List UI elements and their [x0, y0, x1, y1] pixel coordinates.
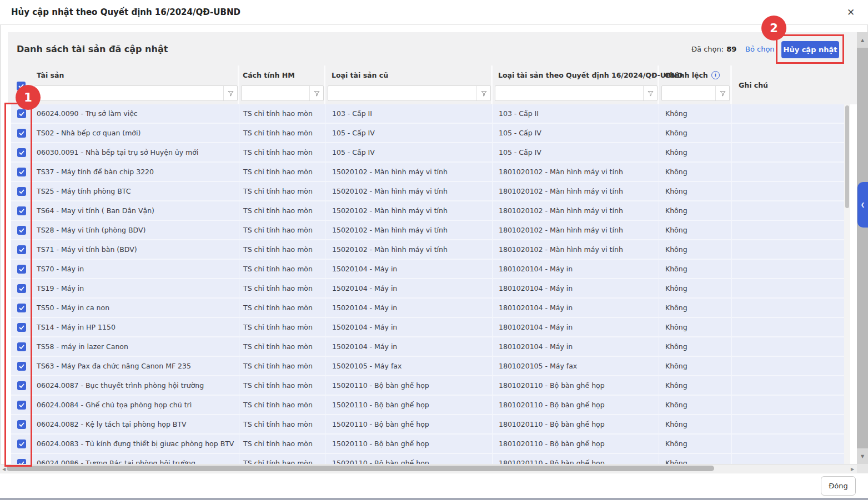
cell-new-type: 1801020105 - Máy fax	[492, 357, 659, 375]
table-row[interactable]: TS58 - máy in lazer Canon TS chỉ tính ha…	[11, 337, 844, 357]
filter-asset	[34, 85, 238, 101]
close-dialog-button[interactable]: Đóng	[821, 476, 856, 496]
cell-method: TS chỉ tính hao mòn	[239, 163, 325, 181]
table-row[interactable]: 06024.0086 - Tượng Bác tại phòng hội trư…	[11, 454, 844, 464]
cell-note	[731, 201, 844, 220]
table-row[interactable]: 06024.0082 - Kệ ly tách tại phòng họp BT…	[11, 415, 844, 435]
scroll-up-icon[interactable]: ▲	[857, 32, 868, 48]
row-checkbox[interactable]	[17, 401, 26, 410]
cell-method: TS chỉ tính hao mòn	[239, 143, 325, 161]
horizontal-scrollbar-thumb[interactable]	[7, 466, 714, 471]
filter-asset-input[interactable]	[35, 86, 223, 100]
cell-new-type: 1801020110 - Bộ bàn ghế họp	[492, 376, 659, 395]
row-checkbox[interactable]	[17, 129, 26, 138]
row-checkbox[interactable]	[17, 323, 26, 332]
cell-asset: 06024.0087 - Bục thuyết trình phòng hội …	[32, 376, 239, 395]
filter-funnel-icon[interactable]	[715, 86, 729, 100]
row-checkbox[interactable]	[17, 381, 26, 390]
table-row[interactable]: 06024.0090 - Trụ sở làm việc TS chỉ tính…	[11, 104, 844, 124]
cell-method: TS chỉ tính hao mòn	[239, 396, 325, 414]
row-checkbox[interactable]	[17, 226, 26, 235]
row-checkbox[interactable]	[17, 304, 26, 312]
window-bottom-edge	[0, 498, 868, 500]
table-vertical-scrollbar-thumb[interactable]	[845, 105, 849, 208]
table-row[interactable]: 06024.0084 - Ghế chủ tọa phòng họp chủ t…	[11, 396, 844, 415]
table-row[interactable]: TS63 - Máy Pax đa chức năng Canon MF 235…	[11, 357, 844, 376]
table-row[interactable]: 06024.0083 - Tủ kính đựng thiết bị giưac…	[11, 435, 844, 454]
collapse-panel-tab[interactable]: ❮	[857, 182, 868, 228]
cell-old-type: 15020104 - Máy in	[325, 260, 492, 278]
row-checkbox[interactable]	[17, 168, 26, 176]
row-checkbox[interactable]	[17, 440, 26, 448]
cancel-update-button[interactable]: Hủy cập nhật	[781, 41, 839, 58]
scroll-down-icon[interactable]: ▼	[857, 448, 868, 464]
cell-note	[731, 182, 844, 200]
cell-new-type: 103 - Cấp II	[492, 104, 659, 123]
column-header-method: Cách tính HM	[243, 65, 295, 84]
table-row[interactable]: TS28 - Máy vi tính (phòng BDV) TS chỉ tí…	[11, 221, 844, 240]
cell-old-type: 15020110 - Bộ bàn ghế họp	[325, 454, 492, 464]
chevron-left-icon: ❮	[861, 202, 865, 208]
filter-diff-input[interactable]	[662, 86, 715, 100]
cell-asset: TS50 - Máy in ca non	[32, 299, 239, 317]
cell-old-type: 15020104 - Máy in	[325, 337, 492, 356]
filter-funnel-icon[interactable]	[309, 86, 323, 100]
row-checkbox[interactable]	[17, 206, 26, 215]
filter-funnel-icon[interactable]	[643, 86, 657, 100]
cell-asset: TS28 - Máy vi tính (phòng BDV)	[32, 221, 239, 239]
cell-diff: Không	[659, 143, 731, 161]
row-checkbox[interactable]	[17, 420, 26, 429]
cell-note	[731, 279, 844, 297]
cell-new-type: 1801020102 - Màn hình máy vi tính	[492, 221, 659, 239]
row-checkbox[interactable]	[17, 362, 26, 371]
table-row[interactable]: TS25 - Máy tính phòng BTC TS chỉ tính ha…	[11, 182, 844, 201]
table-row[interactable]: 06024.0087 - Bục thuyết trình phòng hội …	[11, 376, 844, 396]
table-row[interactable]: TS02 - Nhà bếp cơ quan (mới) TS chỉ tính…	[11, 124, 844, 143]
column-separator	[730, 65, 732, 104]
filter-funnel-icon[interactable]	[223, 86, 237, 100]
column-header-new-type: Loại tài sản theo Quyết định 16/2024/QĐ-…	[498, 65, 683, 84]
row-checkbox[interactable]	[17, 459, 26, 464]
cell-diff: Không	[659, 376, 731, 395]
scroll-left-icon[interactable]: ◀	[1, 466, 7, 472]
filter-funnel-icon[interactable]	[476, 86, 490, 100]
select-all-checkbox[interactable]	[17, 82, 26, 90]
cell-note	[731, 357, 844, 375]
cell-old-type: 15020104 - Máy in	[325, 299, 492, 317]
table-row[interactable]: TS64 - May vi tính ( Ban Dân Vận) TS chỉ…	[11, 201, 844, 221]
cell-method: TS chỉ tính hao mòn	[239, 221, 325, 239]
cell-asset: TS58 - máy in lazer Canon	[32, 337, 239, 356]
cell-method: TS chỉ tính hao mòn	[239, 279, 325, 297]
row-checkbox[interactable]	[17, 265, 26, 274]
table-row[interactable]: TS14 - Máy in HP 1150 TS chỉ tính hao mò…	[11, 318, 844, 337]
filter-new-type-input[interactable]	[495, 86, 643, 100]
filter-method-input[interactable]	[242, 86, 309, 100]
row-checkbox[interactable]	[17, 187, 26, 196]
row-checkbox[interactable]	[17, 284, 26, 293]
table-row[interactable]: TS50 - Máy in ca non TS chỉ tính hao mòn…	[11, 299, 844, 318]
page-vertical-scrollbar-track[interactable]	[857, 32, 868, 464]
scroll-right-icon[interactable]: ▶	[849, 466, 856, 472]
table-row[interactable]: 06030.0091 - Nhà bếp tại trụ sở Huyện ủy…	[11, 143, 844, 163]
cell-asset: TS14 - Máy in HP 1150	[32, 318, 239, 336]
filter-old-type-input[interactable]	[328, 86, 476, 100]
row-checkbox[interactable]	[17, 109, 26, 118]
cell-asset: TS37 - Máy tính để bàn chip 3220	[32, 163, 239, 181]
cell-asset: 06030.0091 - Nhà bếp tại trụ sở Huyện ủy…	[32, 143, 239, 161]
row-checkbox[interactable]	[17, 245, 26, 254]
row-checkbox[interactable]	[17, 148, 26, 157]
cell-old-type: 15020110 - Bộ bàn ghế họp	[325, 415, 492, 433]
cell-diff: Không	[659, 124, 731, 142]
table-row[interactable]: TS19 - Máy in TS chỉ tính hao mòn 150201…	[11, 279, 844, 299]
cell-note	[731, 240, 844, 259]
deselect-link[interactable]: Bỏ chọn	[745, 32, 775, 65]
close-icon[interactable]: ✕	[843, 4, 859, 20]
table-row[interactable]: TS71 - Máy vi tính bàn (BDV) TS chỉ tính…	[11, 240, 844, 260]
cell-asset: TS19 - Máy in	[32, 279, 239, 297]
table-row[interactable]: TS70 - Máy in TS chỉ tính hao mòn 150201…	[11, 260, 844, 279]
cell-diff: Không	[659, 299, 731, 317]
cell-old-type: 103 - Cấp II	[325, 104, 492, 123]
table-row[interactable]: TS37 - Máy tính để bàn chip 3220 TS chỉ …	[11, 163, 844, 182]
row-checkbox[interactable]	[17, 342, 26, 351]
info-icon[interactable]: i	[711, 71, 720, 79]
